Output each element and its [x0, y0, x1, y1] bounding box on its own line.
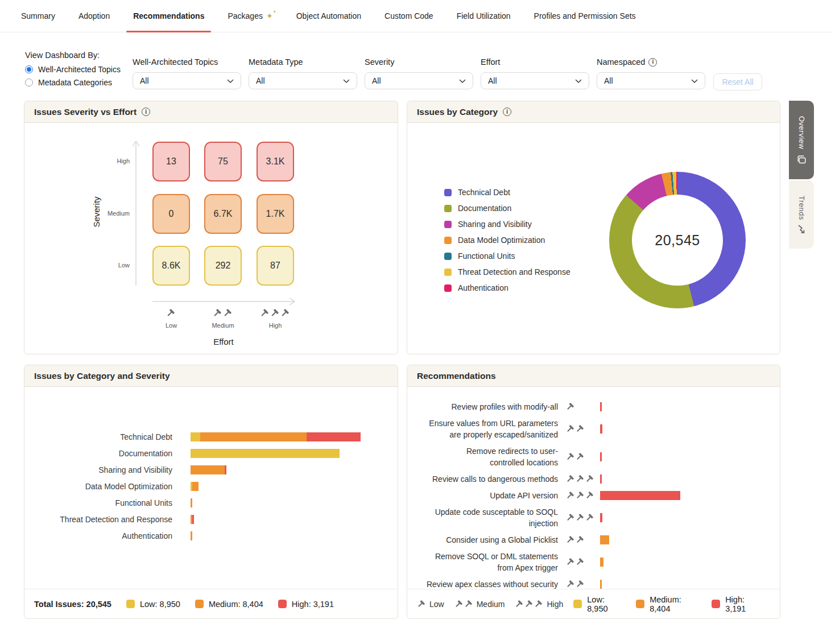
recommendation-bar — [600, 558, 603, 567]
filter-value: All — [256, 76, 265, 85]
legend-label: Low: 8,950 — [140, 600, 180, 609]
effort-legend-label: High — [547, 600, 563, 609]
rail-tab-overview[interactable]: Overview — [789, 101, 814, 179]
hammer-icon — [534, 600, 542, 608]
filter-select[interactable]: All — [365, 72, 473, 89]
effort-hammers — [558, 514, 600, 522]
filter-label-text: Effort — [481, 57, 500, 67]
recommendation-row[interactable]: Review calls to dangerous methods — [407, 473, 780, 485]
recommendation-row[interactable]: Update API version — [407, 490, 780, 501]
legend-label: Functional Units — [458, 251, 515, 261]
hammer-icon — [576, 580, 584, 588]
severity-legend-item: Medium: 8,404 — [636, 595, 699, 613]
hammer-icon — [280, 309, 289, 317]
bar-category-label: Data Model Optimization — [24, 482, 172, 491]
radio-metadata-categories[interactable]: Metadata Categories — [25, 78, 121, 87]
recommendation-bar — [600, 535, 609, 544]
recommendation-row[interactable]: Consider using a Global Picklist — [407, 534, 780, 546]
bar-segment-high — [225, 465, 226, 474]
filter-value: All — [488, 76, 497, 85]
y-tick-label: High — [90, 158, 130, 164]
tab-profiles-and-permission-sets[interactable]: Profiles and Permission Sets — [527, 0, 643, 32]
filter-select[interactable]: All — [249, 72, 357, 89]
recommendation-row[interactable]: Remove SOQL or DML statementsfrom Apex t… — [407, 551, 780, 573]
card-issues-severity-vs-effort: Issues Severity vs Effort i 13753.1KHigh… — [24, 101, 398, 354]
card-recommendations: Recommendations Review profiles with mod… — [407, 365, 780, 619]
tab-field-utilization[interactable]: Field Utilization — [450, 0, 518, 32]
tab-packages[interactable]: Packages✦✦ — [221, 0, 279, 32]
recommendation-label: Review apex classes without security — [407, 579, 558, 589]
matrix-cell-medium-high: 1.7K — [257, 194, 294, 234]
legend-item: Documentation — [444, 200, 570, 216]
bar-row-threat-detection-and-response: Threat Detection and Response — [24, 515, 398, 524]
recommendation-row[interactable]: Review profiles with modify-all — [407, 401, 780, 412]
legend-item: Data Model Optimization — [444, 232, 570, 248]
tab-adoption[interactable]: Adoption — [72, 0, 117, 32]
x-tick-label: Low — [151, 322, 191, 329]
recommendation-row[interactable]: Update code susceptable to SOQLinjection — [407, 506, 780, 529]
hammer-icon — [524, 600, 532, 608]
legend-label: Data Model Optimization — [458, 236, 545, 245]
hammer-icon — [576, 536, 584, 544]
legend-swatch — [126, 600, 135, 608]
recommendation-row[interactable]: Ensure values from URL parametersare pro… — [407, 418, 780, 440]
legend-label: Documentation — [458, 204, 511, 213]
effort-hammers — [558, 403, 600, 411]
stacked-bar-chart: Technical DebtDocumentationSharing and V… — [24, 432, 398, 548]
filter-label-text: Well-Architected Topics — [133, 57, 218, 67]
trend-arrow-icon — [797, 225, 805, 234]
reset-all-button[interactable]: Reset All — [713, 73, 762, 90]
tab-summary[interactable]: Summary — [14, 0, 62, 32]
recommendation-label: Update API version — [407, 490, 558, 501]
filter-select[interactable]: All — [481, 72, 589, 89]
radio-well-architected-topics[interactable]: Well-Architected Topics — [25, 65, 121, 74]
bar-row-technical-debt: Technical Debt — [24, 432, 398, 441]
radio-dot — [27, 67, 31, 72]
filter-well-architected-topics: Well-Architected TopicsAll — [133, 57, 241, 89]
hammer-icon — [566, 403, 574, 411]
hammer-icon — [566, 425, 574, 433]
recommendation-row[interactable]: Remove redirects to user-controlled loca… — [407, 445, 780, 468]
y-axis-title: Severity — [92, 189, 101, 235]
effort-legend-label: Medium — [477, 600, 505, 609]
filter-label: Effort — [481, 57, 589, 67]
filter-severity: SeverityAll — [365, 57, 473, 89]
legend-swatch — [444, 253, 452, 260]
filter-value: All — [140, 76, 149, 85]
recommendations-list[interactable]: Review profiles with modify-allEnsure va… — [407, 386, 780, 589]
tab-object-automation[interactable]: Object Automation — [290, 0, 368, 32]
filter-label: Metadata Type — [249, 57, 357, 67]
info-icon[interactable]: i — [503, 108, 511, 116]
effort-legend-item: Low — [417, 600, 444, 609]
filter-select[interactable]: All — [597, 72, 705, 89]
legend-label: Medium: 8,404 — [650, 595, 699, 613]
radio-label: Well-Architected Topics — [38, 65, 121, 74]
effort-hammers — [260, 309, 289, 317]
total-issues-label: Total Issues: 20,545 — [34, 600, 111, 609]
rail-tab-label: Trends — [797, 196, 806, 220]
recommendation-label: Review profiles with modify-all — [407, 401, 558, 412]
tab-custom-code[interactable]: Custom Code — [378, 0, 440, 32]
x-axis-title: Effort — [201, 337, 246, 346]
filter-value: All — [372, 76, 381, 85]
info-icon[interactable]: i — [648, 58, 657, 67]
effort-hammers — [558, 580, 600, 588]
filter-label: Well-Architected Topics — [133, 57, 241, 67]
recommendation-row[interactable]: Review apex classes without security — [407, 579, 780, 589]
matrix-cell-low-medium: 292 — [204, 246, 242, 286]
bar-category-label: Authentication — [24, 531, 172, 540]
legend-label: Sharing and Visibility — [458, 220, 532, 229]
filter-select[interactable]: All — [133, 72, 241, 89]
hammer-icon — [576, 475, 584, 483]
severity-legend-item: Medium: 8,404 — [195, 600, 263, 609]
card-issues-by-category: Issues by Category i Technical DebtDocum… — [407, 101, 780, 354]
rail-tab-trends[interactable]: Trends — [789, 180, 814, 249]
bar-segment-high — [307, 432, 361, 441]
bar-row-sharing-and-visibility: Sharing and Visibility — [24, 465, 398, 474]
recommendation-label: Remove redirects to user-controlled loca… — [407, 445, 558, 468]
hammer-icon — [213, 309, 221, 317]
filter-namespaced: NamespacediAll — [597, 57, 705, 89]
chevron-down-icon — [343, 79, 350, 84]
matrix-cell-high-low: 13 — [152, 142, 190, 181]
tab-recommendations[interactable]: Recommendations — [126, 0, 211, 32]
